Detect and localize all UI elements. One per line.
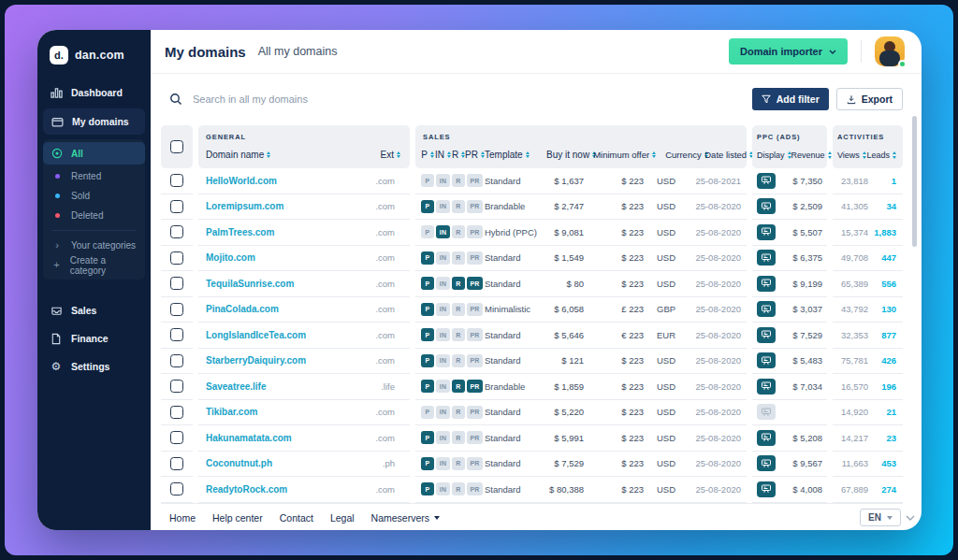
footer-link[interactable]: Home	[169, 512, 196, 524]
brand-name: dan.com	[75, 49, 124, 62]
col-pr[interactable]: PR	[467, 150, 483, 160]
date-listed-cell: 25-08-2020	[687, 381, 741, 392]
row-checkbox[interactable]	[170, 354, 183, 367]
sidebar-item-my-domains[interactable]: My domains	[43, 108, 145, 135]
row-checkbox[interactable]	[170, 431, 183, 444]
parking-badge: P	[421, 457, 434, 470]
r-badge: R	[452, 251, 465, 265]
sort-icon	[893, 151, 896, 159]
sidebar-item-settings[interactable]: ⚙ Settings	[37, 352, 151, 381]
footer-link[interactable]: Contact	[280, 512, 313, 524]
select-all-checkbox[interactable]	[170, 140, 183, 153]
col-revenue[interactable]: Revenue	[791, 151, 832, 160]
avatar[interactable]	[875, 36, 905, 66]
sort-icon	[267, 151, 270, 159]
col-leads[interactable]: Leads	[866, 151, 896, 160]
row-checkbox[interactable]	[170, 225, 183, 238]
domain-link[interactable]: ReadytoRock.com	[206, 484, 375, 495]
circled-dot-icon	[51, 148, 63, 159]
funnel-icon	[762, 94, 771, 104]
col-p[interactable]: P	[421, 150, 434, 160]
domain-link[interactable]: Hakunamatata.com	[206, 433, 375, 443]
footer-link-nameservers[interactable]: Nameservers	[371, 512, 440, 524]
domain-ext: .com	[375, 304, 400, 314]
sidebar-filter-all[interactable]: All	[43, 142, 145, 165]
sidebar-filter-item[interactable]: Deleted	[43, 206, 145, 225]
r-badge: R	[452, 457, 465, 470]
display-ad-icon	[757, 198, 776, 214]
row-checkbox[interactable]	[170, 277, 183, 290]
sidebar-item-dashboard[interactable]: Dashboard	[37, 79, 151, 107]
domain-link[interactable]: Saveatree.life	[206, 381, 381, 392]
footer-link[interactable]: Help center	[212, 512, 263, 524]
row-checkbox[interactable]	[170, 174, 183, 187]
sidebar-filter-item[interactable]: Rented	[43, 166, 145, 186]
parking-badge: P	[421, 200, 434, 213]
chevron-down-icon	[829, 50, 836, 54]
brand-logo[interactable]: d. dan.com	[37, 30, 151, 79]
row-checkbox[interactable]	[170, 200, 183, 213]
currency-cell: GBP	[646, 304, 685, 314]
sidebar-filter-item[interactable]: Sold	[43, 186, 145, 206]
revenue-cell: $ 7,350	[776, 176, 822, 186]
sidebar-item-finance[interactable]: Finance	[37, 324, 151, 352]
domain-link[interactable]: Coconutnut.ph	[206, 458, 383, 468]
domain-link[interactable]: PinaColada.com	[206, 304, 375, 314]
pr-badge: PR	[467, 406, 483, 419]
minimum-offer-cell: $ 223	[586, 201, 644, 211]
scroll-down-icon[interactable]	[906, 515, 915, 522]
domain-importer-button[interactable]: Domain importer	[729, 38, 848, 65]
row-checkbox[interactable]	[170, 482, 183, 495]
col-domain-name[interactable]: Domain name	[206, 150, 381, 160]
language-selector[interactable]: EN	[860, 509, 901, 526]
parking-badge: P	[421, 251, 434, 265]
views-cell: 49,708	[837, 252, 868, 263]
domain-link[interactable]: StarberryDaiquiry.com	[206, 355, 375, 366]
col-currency[interactable]: Currency	[658, 150, 697, 160]
table-row: TequilaSunrise.com .com P IN R PR Standa…	[161, 271, 903, 297]
date-listed-cell: 25-08-2020	[687, 484, 741, 495]
row-checkbox[interactable]	[170, 303, 183, 316]
add-filter-button[interactable]: Add filter	[752, 88, 829, 110]
group-activities: ACTIVITIES Views Leads	[833, 125, 903, 168]
group-label: SALES	[415, 133, 747, 141]
domain-ext: .com	[375, 433, 400, 443]
domain-link[interactable]: LongIslandIceTea.com	[206, 330, 375, 340]
domain-link[interactable]: Loremipsum.com	[206, 201, 375, 211]
row-checkbox[interactable]	[170, 457, 183, 470]
row-checkbox[interactable]	[170, 251, 183, 265]
row-checkbox[interactable]	[170, 328, 183, 341]
page-subtitle: All my domains	[258, 45, 338, 58]
domain-link[interactable]: HelloWorld.com	[206, 176, 375, 186]
domain-link[interactable]: Mojito.com	[206, 252, 375, 263]
col-minimum-offer[interactable]: Minimum offer	[598, 150, 656, 160]
buy-it-now-cell: $ 80,388	[546, 484, 584, 495]
footer-links: Home Help center Contact Legal	[169, 512, 355, 524]
search-input[interactable]	[193, 93, 492, 105]
row-checkbox[interactable]	[170, 380, 183, 393]
col-template[interactable]: Template	[485, 150, 544, 160]
leads-cell: 274	[868, 484, 896, 495]
col-display[interactable]: Display	[757, 151, 791, 160]
export-button[interactable]: Export	[836, 88, 903, 110]
col-r[interactable]: R	[452, 150, 465, 160]
row-checkbox[interactable]	[170, 406, 183, 419]
buy-it-now-cell: $ 5,220	[546, 407, 584, 417]
domain-link[interactable]: PalmTrees.com	[206, 227, 375, 237]
sidebar-item-sales[interactable]: Sales	[37, 296, 151, 324]
domain-link[interactable]: TequilaSunrise.com	[206, 279, 375, 289]
domain-link[interactable]: Tikibar.com	[206, 407, 375, 417]
revenue-cell: $ 7,034	[776, 381, 822, 392]
col-in[interactable]: IN	[436, 150, 450, 160]
col-date-listed[interactable]: Date listed	[699, 150, 753, 160]
col-views[interactable]: Views	[837, 151, 866, 160]
sidebar-item-create-category[interactable]: + Create a category	[43, 255, 145, 275]
col-buy-it-now[interactable]: Buy it now	[546, 150, 596, 160]
sidebar-item-your-categories[interactable]: › Your categories	[43, 236, 145, 255]
footer-link[interactable]: Legal	[330, 512, 355, 524]
views-cell: 14,217	[837, 433, 868, 443]
leads-cell: 556	[868, 279, 896, 289]
scrollbar-thumb[interactable]	[912, 116, 917, 247]
col-ext[interactable]: Ext	[381, 150, 400, 160]
r-badge: R	[452, 277, 465, 290]
